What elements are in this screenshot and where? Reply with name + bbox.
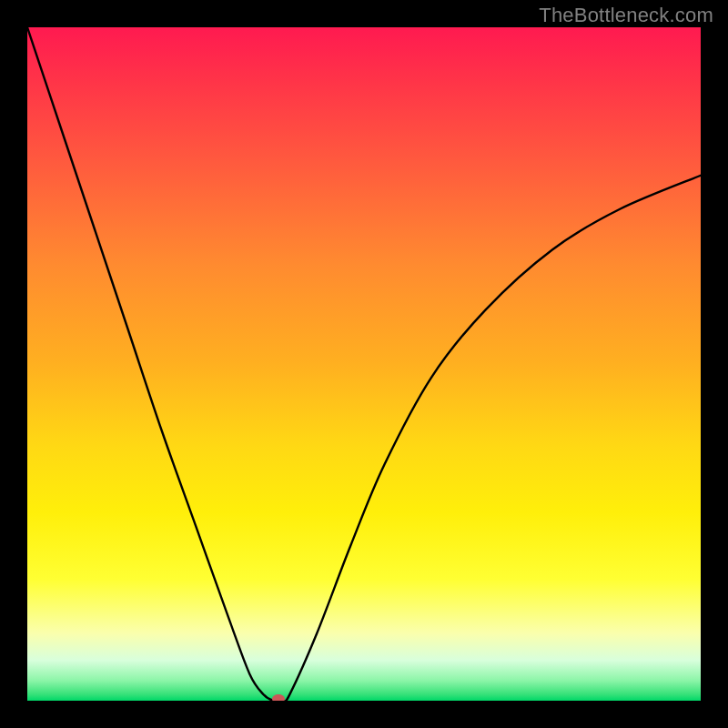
- marker-dot: [272, 694, 285, 701]
- chart-svg: [27, 27, 701, 701]
- curve-path: [27, 27, 701, 701]
- watermark-text: TheBottleneck.com: [539, 4, 713, 27]
